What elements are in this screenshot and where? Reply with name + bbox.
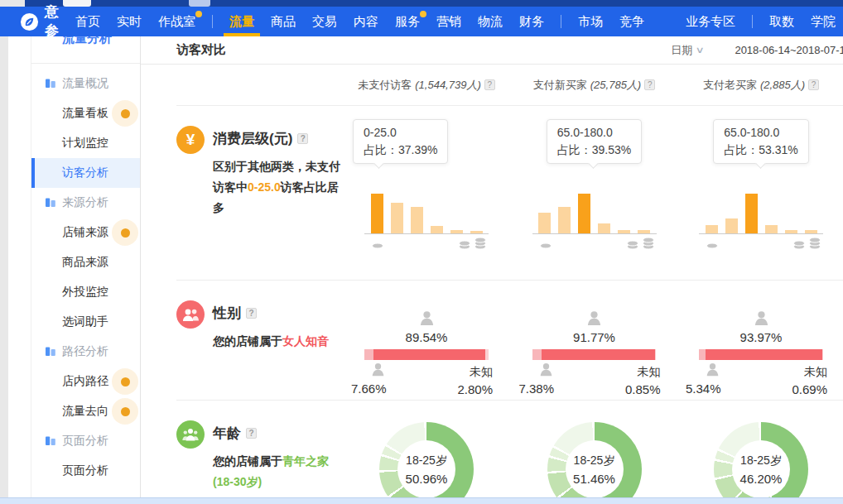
sidebar-item-instore-path[interactable]: 店内路径 bbox=[31, 367, 140, 396]
nav-item-content[interactable]: 内容 bbox=[354, 7, 378, 36]
chart-tooltip: 0-25.0占比：37.39% bbox=[353, 119, 448, 164]
tooltip-share: 占比：53.31% bbox=[724, 142, 797, 159]
report-icon bbox=[45, 196, 56, 210]
sidebar-section-label: 来源分析 bbox=[62, 195, 108, 210]
tooltip-range: 65.0-180.0 bbox=[557, 124, 631, 142]
age-bucket-label: 18-25岁 bbox=[740, 454, 782, 468]
nav-item-finance[interactable]: 财务 bbox=[519, 7, 544, 36]
age-donut: 18-25岁50.96% bbox=[379, 422, 474, 497]
sidebar-section-label: 流量概况 bbox=[62, 76, 108, 91]
help-icon[interactable]: ? bbox=[297, 133, 308, 144]
help-icon[interactable]: ? bbox=[644, 79, 655, 90]
coin-icon-low bbox=[371, 238, 384, 252]
help-icon[interactable]: ? bbox=[808, 79, 819, 90]
sidebar-section-traffic-overview[interactable]: 流量概况 bbox=[31, 69, 140, 98]
sidebar-item-label: 商品来源 bbox=[62, 255, 108, 270]
bar bbox=[450, 230, 463, 233]
sidebar-section-page-analysis-group[interactable]: 页面分析 bbox=[31, 426, 140, 456]
gender-bar-segment-female bbox=[706, 349, 822, 360]
nav-separator bbox=[561, 15, 561, 28]
new-feature-dot-icon bbox=[112, 398, 138, 425]
report-icon bbox=[45, 77, 56, 91]
date-range-value[interactable]: 2018-06-14~2018-07-13 bbox=[735, 44, 843, 56]
gender-bar-segment-male bbox=[364, 349, 373, 360]
nav-item-home[interactable]: 首页 bbox=[75, 7, 100, 36]
sidebar-item-external-monitor[interactable]: 外投监控 bbox=[31, 277, 140, 307]
help-icon[interactable]: ? bbox=[484, 79, 495, 90]
tooltip-arrow bbox=[589, 158, 600, 169]
nav-item-marketing[interactable]: 营销 bbox=[436, 7, 461, 36]
sidebar-item-word-assistant[interactable]: 选词助手 bbox=[31, 307, 140, 337]
gender-title: 性别 bbox=[213, 304, 241, 323]
browser-tab-notch bbox=[63, 0, 91, 7]
column-name: 支付新买家 bbox=[533, 78, 587, 93]
tooltip-range: 0-25.0 bbox=[364, 124, 437, 142]
age-title: 年龄 bbox=[213, 424, 241, 443]
date-picker[interactable]: 日期 ∨ 2018-06-14~2018-07-13 bbox=[671, 43, 843, 58]
sidebar-item-plan-monitor[interactable]: 计划监控 bbox=[31, 128, 140, 158]
tooltip-row: 65.0-180.0占比：39.53% bbox=[532, 119, 657, 169]
nav-separator bbox=[212, 15, 213, 28]
nav-item-war-room[interactable]: 作战室 bbox=[158, 7, 195, 36]
sidebar-section-label: 页面分析 bbox=[62, 434, 108, 449]
nav-item-competition[interactable]: 竞争 bbox=[619, 7, 644, 36]
nav-separator bbox=[752, 15, 753, 28]
bar bbox=[391, 203, 403, 233]
tooltip-row: 0-25.0占比：37.39% bbox=[364, 119, 489, 169]
main-body: 未支付访客(1,544,739人)?支付新买家(25,785人)?支付老买家(2… bbox=[176, 65, 843, 497]
nav-item-logistics[interactable]: 物流 bbox=[478, 7, 503, 36]
bar bbox=[745, 194, 758, 233]
gender-label-block: 性别 ? 您的店铺属于女人知音 bbox=[176, 281, 344, 400]
age-desc: 您的店铺属于青年之家(18-30岁) bbox=[213, 451, 345, 492]
coin-axis-icons bbox=[364, 234, 489, 254]
nav-item-academy[interactable]: 学院 bbox=[811, 7, 836, 36]
column-count: (25,785人) bbox=[590, 78, 641, 93]
sidebar-menu: 流量概况流量看板计划监控访客分析来源分析店铺来源商品来源外投监控选词助手路径分析… bbox=[31, 64, 140, 486]
gender-widget: 93.97%5.34%未知0.69% bbox=[699, 310, 823, 396]
nav-item-business-zone[interactable]: 业务专区 bbox=[686, 7, 735, 36]
sidebar-item-product-source[interactable]: 商品来源 bbox=[31, 247, 140, 277]
coin-axis-icons bbox=[532, 234, 657, 254]
horizontal-scrollbar[interactable] bbox=[0, 497, 843, 504]
new-feature-dot-icon bbox=[112, 219, 138, 246]
sidebar-item-visitor-analysis[interactable]: 访客分析 bbox=[31, 158, 140, 188]
coin-icon-low bbox=[706, 238, 719, 252]
sidebar-section-source-analysis[interactable]: 来源分析 bbox=[31, 188, 140, 218]
unknown-percent: 0.69% bbox=[792, 382, 827, 396]
nav-item-traffic[interactable]: 流量 bbox=[229, 7, 254, 36]
nav-item-service[interactable]: 服务 bbox=[395, 7, 420, 36]
column-header-1: 未支付访客(1,544,739人)? bbox=[344, 78, 509, 93]
bar bbox=[411, 207, 423, 233]
female-icon bbox=[418, 314, 436, 329]
help-icon[interactable]: ? bbox=[246, 308, 257, 319]
sidebar-item-page-analysis[interactable]: 页面分析 bbox=[31, 456, 140, 486]
female-percent: 91.77% bbox=[532, 330, 657, 344]
nav-item-realtime[interactable]: 实时 bbox=[117, 7, 142, 36]
sidebar-item-shop-source[interactable]: 店铺来源 bbox=[31, 218, 140, 247]
nav-item-product[interactable]: 商品 bbox=[271, 7, 296, 36]
age-chart-3: 18-25岁46.20% bbox=[679, 401, 843, 497]
date-label: 日期 bbox=[671, 43, 692, 58]
sidebar-item-traffic-board[interactable]: 流量看板 bbox=[31, 98, 140, 128]
coin-icon-high bbox=[458, 234, 487, 250]
age-chart-2: 18-25岁51.46% bbox=[509, 401, 679, 497]
nav-item-trade[interactable]: 交易 bbox=[312, 7, 337, 36]
sidebar-section-path-analysis[interactable]: 路径分析 bbox=[31, 337, 140, 367]
consume-desc: 区别于其他两类，未支付访客中0-25.0访客占比居多 bbox=[213, 156, 345, 218]
sidebar-title-label: 流量分析 bbox=[62, 36, 112, 46]
help-icon[interactable]: ? bbox=[246, 428, 257, 439]
bar-group bbox=[364, 169, 489, 233]
column-name: 支付老买家 bbox=[703, 78, 757, 93]
nav-item-market[interactable]: 市场 bbox=[578, 7, 603, 36]
sidebar-item-label: 店铺来源 bbox=[62, 225, 108, 240]
sidebar-item-label: 访客分析 bbox=[62, 166, 108, 180]
donut-center-label: 18-25岁51.46% bbox=[566, 440, 624, 497]
sidebar-item-traffic-destination[interactable]: 流量去向 bbox=[31, 396, 140, 426]
female-icon bbox=[585, 314, 603, 329]
report-icon bbox=[45, 434, 56, 449]
nav-item-data-fetch[interactable]: 取数 bbox=[769, 7, 794, 36]
coin-icon-high bbox=[792, 234, 821, 250]
column-count: (2,885人) bbox=[760, 78, 805, 93]
yen-icon: ¥ bbox=[176, 126, 205, 154]
female-percent: 93.97% bbox=[699, 330, 823, 344]
